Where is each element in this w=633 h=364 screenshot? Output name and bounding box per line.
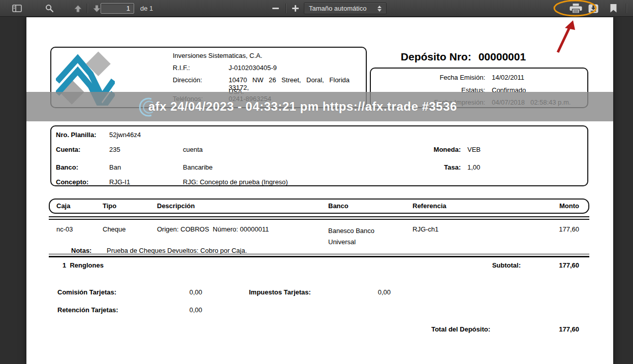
printer-icon <box>569 4 582 14</box>
download-button[interactable] <box>585 2 602 15</box>
banco-name: Bancaribe <box>183 163 213 171</box>
deposit-number: 00000001 <box>479 51 526 63</box>
previous-page-button[interactable] <box>70 2 85 15</box>
notas-label: Notas: <box>71 247 91 254</box>
banco-label: Banco: <box>56 163 78 171</box>
totals-double-rule <box>49 254 589 257</box>
column-header-referencia: Referencia <box>413 202 446 210</box>
cuenta-label: Cuenta: <box>56 146 80 153</box>
header-double-rule <box>49 216 589 220</box>
document-page: Inversiones Sistematicas, C.A. R.I.F.: J… <box>26 17 613 364</box>
emission-date-label: Fecha Emisión: <box>402 74 485 81</box>
arrow-up-icon <box>74 5 82 13</box>
zoom-in-button[interactable] <box>288 2 302 15</box>
column-header-tipo: Tipo <box>103 202 116 210</box>
deposit-title-label: Depósito Nro: <box>401 51 471 63</box>
arrow-down-icon <box>92 5 101 13</box>
subtotal-value: 177,60 <box>534 261 579 269</box>
concepto-label: Concepto: <box>56 178 88 186</box>
comision-value: 0,00 <box>151 288 202 296</box>
total-label: Total del Depósito: <box>389 325 490 333</box>
afx-logo-arc-icon <box>133 95 156 119</box>
bookmark-icon <box>610 4 617 13</box>
toolbar-separator <box>87 4 87 13</box>
company-address-label: Dirección: <box>173 76 202 84</box>
toolbar-separator <box>286 4 286 13</box>
company-address-line1: 10470 NW 26 Street, Doral, Florida 33172… <box>229 76 364 91</box>
company-rif-label: R.I.F.: <box>173 64 190 72</box>
deposit-title: Depósito Nro: 00000001 <box>382 51 545 63</box>
download-icon <box>588 4 598 13</box>
sidebar-icon <box>12 5 22 12</box>
plus-icon <box>292 5 299 12</box>
column-header-monto: Monto <box>534 202 579 210</box>
minus-icon <box>272 8 279 9</box>
search-icon <box>45 4 54 13</box>
column-header-caja: Caja <box>56 202 70 210</box>
pdf-viewer-window: de 1 Tamaño automático <box>0 0 633 364</box>
row-referencia: RJG-ch1 <box>413 225 438 233</box>
tasa-value: 1,00 <box>467 163 480 171</box>
column-header-banco: Banco <box>328 202 349 210</box>
zoom-level-select[interactable]: Tamaño automático <box>304 3 387 14</box>
row-caja: nc-03 <box>56 225 73 233</box>
planilla-value: 52jwn46z4 <box>109 131 141 139</box>
toolbar-separator <box>626 4 626 13</box>
renglones-count: 1 Renglones <box>62 261 104 269</box>
planilla-label: Nro. Planilla: <box>56 131 96 139</box>
watermark-text: afx 24/04/2023 - 04:33:21 pm https://afx… <box>148 100 457 114</box>
row-descripcion: Origen: COBROS Número: 00000011 <box>157 225 269 233</box>
concepto-code: RJG-I1 <box>109 178 130 186</box>
retencion-label: Retención Tarjetas: <box>57 306 118 314</box>
toggle-sidebar-button[interactable] <box>9 2 24 15</box>
table-header-box <box>49 198 589 214</box>
company-name: Inversiones Sistematicas, C.A. <box>173 52 262 59</box>
cuenta-name: cuenta <box>183 146 203 153</box>
banco-code: Ban <box>109 163 121 171</box>
comision-label: Comisión Tarjetas: <box>57 288 116 296</box>
impuestos-value: 0,00 <box>340 288 391 296</box>
impuestos-label: Impuestos Tarjetas: <box>249 288 311 296</box>
zoom-level-value: Tamaño automático <box>309 5 366 12</box>
page-number-input[interactable] <box>101 3 134 14</box>
retencion-value: 0,00 <box>151 306 202 314</box>
page-count-label: de 1 <box>140 5 153 12</box>
moneda-label: Moneda: <box>382 146 461 153</box>
total-value: 177,60 <box>534 325 579 333</box>
column-header-descripcion: Descripción <box>157 202 195 210</box>
row-banco: Banesco Banco Universal <box>328 225 388 248</box>
row-tipo: Cheque <box>103 225 126 233</box>
zoom-out-button[interactable] <box>268 2 282 15</box>
watermark-band: afx 24/04/2023 - 04:33:21 pm https://afx… <box>26 92 613 121</box>
select-arrows-icon <box>377 6 382 12</box>
tasa-label: Tasa: <box>382 163 461 171</box>
notas-value: Prueba de Cheques Devueltos: Cobro por C… <box>107 247 247 254</box>
subtotal-label: Subtotal: <box>470 261 521 269</box>
row-monto: 177,60 <box>534 225 579 233</box>
pdf-toolbar: de 1 Tamaño automático <box>0 0 633 17</box>
company-rif-value: J-0102030405-9 <box>229 64 277 72</box>
bookmark-button[interactable] <box>606 2 621 15</box>
concepto-name: RJG: Concepto de prueba (Ingreso) <box>183 178 288 186</box>
print-button[interactable] <box>566 2 585 15</box>
emission-date-value: 14/02/2011 <box>492 74 524 81</box>
cuenta-code: 235 <box>109 146 120 153</box>
moneda-value: VEB <box>467 146 481 153</box>
find-button[interactable] <box>42 2 57 15</box>
